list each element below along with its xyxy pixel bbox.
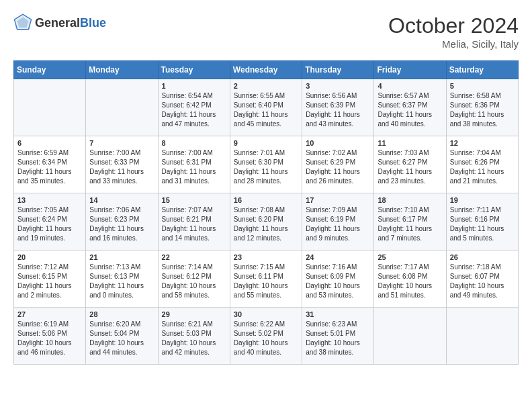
logo-blue: Blue [80,16,106,30]
day-info: Sunrise: 7:06 AMSunset: 6:23 PMDaylight:… [89,205,154,243]
day-cell: 18Sunrise: 7:10 AMSunset: 6:17 PMDayligh… [374,193,446,250]
week-row-3: 13Sunrise: 7:05 AMSunset: 6:24 PMDayligh… [14,193,519,250]
day-cell: 10Sunrise: 7:02 AMSunset: 6:29 PMDayligh… [302,136,374,193]
day-cell: 17Sunrise: 7:09 AMSunset: 6:19 PMDayligh… [302,193,374,250]
day-number: 16 [234,196,298,204]
day-info: Sunrise: 7:12 AMSunset: 6:15 PMDaylight:… [17,263,82,300]
col-wednesday: Wednesday [230,61,302,79]
day-number: 10 [306,139,370,147]
day-info: Sunrise: 6:57 AMSunset: 6:37 PMDaylight:… [378,91,442,129]
day-number: 30 [234,310,298,318]
day-info: Sunrise: 6:56 AMSunset: 6:39 PMDaylight:… [306,91,370,129]
day-number: 12 [450,139,515,147]
day-number: 25 [378,253,442,261]
day-number: 5 [450,82,515,90]
day-number: 9 [234,139,298,147]
day-cell: 24Sunrise: 7:16 AMSunset: 6:09 PMDayligh… [302,250,374,308]
day-number: 27 [17,310,82,318]
day-cell: 19Sunrise: 7:11 AMSunset: 6:16 PMDayligh… [446,193,518,250]
day-cell: 29Sunrise: 6:21 AMSunset: 5:03 PMDayligh… [158,308,230,365]
day-info: Sunrise: 6:59 AMSunset: 6:34 PMDaylight:… [17,148,82,186]
day-cell: 31Sunrise: 6:23 AMSunset: 5:01 PMDayligh… [302,308,374,365]
day-number: 8 [162,139,226,147]
page-header: GeneralBlue October 2024 Melia, Sicily, … [13,13,519,50]
day-number: 21 [89,253,154,261]
day-number: 17 [306,196,370,204]
day-info: Sunrise: 6:54 AMSunset: 6:42 PMDaylight:… [162,91,226,129]
day-info: Sunrise: 7:10 AMSunset: 6:17 PMDaylight:… [378,205,442,243]
day-info: Sunrise: 7:00 AMSunset: 6:31 PMDaylight:… [162,148,226,186]
day-info: Sunrise: 7:17 AMSunset: 6:08 PMDaylight:… [378,263,442,300]
day-cell: 6Sunrise: 6:59 AMSunset: 6:34 PMDaylight… [14,136,86,193]
day-number: 7 [89,139,154,147]
day-number: 24 [306,253,370,261]
location: Melia, Sicily, Italy [388,38,519,50]
week-row-4: 20Sunrise: 7:12 AMSunset: 6:15 PMDayligh… [14,250,519,308]
day-cell: 3Sunrise: 6:56 AMSunset: 6:39 PMDaylight… [302,79,374,136]
day-cell: 13Sunrise: 7:05 AMSunset: 6:24 PMDayligh… [14,193,86,250]
day-info: Sunrise: 7:08 AMSunset: 6:20 PMDaylight:… [234,205,298,243]
col-thursday: Thursday [302,61,374,79]
day-info: Sunrise: 6:20 AMSunset: 5:04 PMDaylight:… [89,320,154,357]
day-cell: 26Sunrise: 7:18 AMSunset: 6:07 PMDayligh… [446,250,518,308]
day-cell: 14Sunrise: 7:06 AMSunset: 6:23 PMDayligh… [86,193,158,250]
day-info: Sunrise: 7:00 AMSunset: 6:33 PMDaylight:… [89,148,154,186]
day-info: Sunrise: 7:09 AMSunset: 6:19 PMDaylight:… [306,205,370,243]
col-monday: Monday [86,61,158,79]
day-number: 23 [234,253,298,261]
day-number: 6 [17,139,82,147]
day-cell: 28Sunrise: 6:20 AMSunset: 5:04 PMDayligh… [86,308,158,365]
day-cell: 23Sunrise: 7:15 AMSunset: 6:11 PMDayligh… [230,250,302,308]
week-row-5: 27Sunrise: 6:19 AMSunset: 5:06 PMDayligh… [14,308,519,365]
day-cell: 21Sunrise: 7:13 AMSunset: 6:13 PMDayligh… [86,250,158,308]
day-cell: 2Sunrise: 6:55 AMSunset: 6:40 PMDaylight… [230,79,302,136]
day-number: 31 [306,310,370,318]
day-info: Sunrise: 7:03 AMSunset: 6:27 PMDaylight:… [378,148,442,186]
day-cell [374,308,446,365]
header-row: Sunday Monday Tuesday Wednesday Thursday… [14,61,519,79]
day-cell: 1Sunrise: 6:54 AMSunset: 6:42 PMDaylight… [158,79,230,136]
day-number: 19 [450,196,515,204]
day-cell: 9Sunrise: 7:01 AMSunset: 6:30 PMDaylight… [230,136,302,193]
day-info: Sunrise: 7:05 AMSunset: 6:24 PMDaylight:… [17,205,82,243]
calendar-table: Sunday Monday Tuesday Wednesday Thursday… [13,60,519,365]
day-cell [14,79,86,136]
day-cell: 22Sunrise: 7:14 AMSunset: 6:12 PMDayligh… [158,250,230,308]
day-cell: 4Sunrise: 6:57 AMSunset: 6:37 PMDaylight… [374,79,446,136]
week-row-1: 1Sunrise: 6:54 AMSunset: 6:42 PMDaylight… [14,79,519,136]
day-info: Sunrise: 6:19 AMSunset: 5:06 PMDaylight:… [17,320,82,357]
day-info: Sunrise: 7:07 AMSunset: 6:21 PMDaylight:… [162,205,226,243]
day-number: 28 [89,310,154,318]
day-info: Sunrise: 6:23 AMSunset: 5:01 PMDaylight:… [306,320,370,357]
day-cell: 5Sunrise: 6:58 AMSunset: 6:36 PMDaylight… [446,79,518,136]
day-cell: 11Sunrise: 7:03 AMSunset: 6:27 PMDayligh… [374,136,446,193]
day-info: Sunrise: 7:14 AMSunset: 6:12 PMDaylight:… [162,263,226,300]
day-info: Sunrise: 7:11 AMSunset: 6:16 PMDaylight:… [450,205,515,243]
day-cell [86,79,158,136]
day-cell: 30Sunrise: 6:22 AMSunset: 5:02 PMDayligh… [230,308,302,365]
day-info: Sunrise: 7:13 AMSunset: 6:13 PMDaylight:… [89,263,154,300]
col-saturday: Saturday [446,61,518,79]
day-number: 15 [162,196,226,204]
day-cell: 8Sunrise: 7:00 AMSunset: 6:31 PMDaylight… [158,136,230,193]
day-cell: 16Sunrise: 7:08 AMSunset: 6:20 PMDayligh… [230,193,302,250]
day-number: 4 [378,82,442,90]
day-cell: 20Sunrise: 7:12 AMSunset: 6:15 PMDayligh… [14,250,86,308]
day-cell: 7Sunrise: 7:00 AMSunset: 6:33 PMDaylight… [86,136,158,193]
day-number: 2 [234,82,298,90]
day-info: Sunrise: 7:02 AMSunset: 6:29 PMDaylight:… [306,148,370,186]
day-info: Sunrise: 7:04 AMSunset: 6:26 PMDaylight:… [450,148,515,186]
logo-general: General [35,16,80,30]
day-cell [446,308,518,365]
day-cell: 27Sunrise: 6:19 AMSunset: 5:06 PMDayligh… [14,308,86,365]
day-number: 3 [306,82,370,90]
day-info: Sunrise: 7:16 AMSunset: 6:09 PMDaylight:… [306,263,370,300]
day-cell: 25Sunrise: 7:17 AMSunset: 6:08 PMDayligh… [374,250,446,308]
day-info: Sunrise: 6:55 AMSunset: 6:40 PMDaylight:… [234,91,298,129]
day-info: Sunrise: 7:01 AMSunset: 6:30 PMDaylight:… [234,148,298,186]
day-info: Sunrise: 6:21 AMSunset: 5:03 PMDaylight:… [162,320,226,357]
day-number: 14 [89,196,154,204]
day-number: 13 [17,196,82,204]
day-info: Sunrise: 6:58 AMSunset: 6:36 PMDaylight:… [450,91,515,129]
day-cell: 12Sunrise: 7:04 AMSunset: 6:26 PMDayligh… [446,136,518,193]
